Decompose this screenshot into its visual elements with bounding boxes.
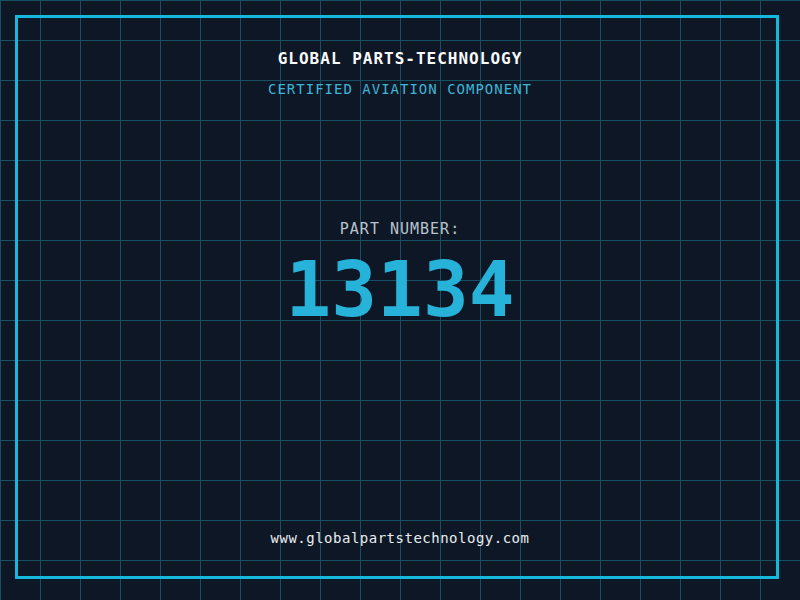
part-number-value: 13134 xyxy=(0,252,800,328)
part-number-label: PART NUMBER: xyxy=(0,220,800,238)
website-url: www.globalpartstechnology.com xyxy=(0,530,800,546)
page-subtitle: CERTIFIED AVIATION COMPONENT xyxy=(0,81,800,97)
page-title: GLOBAL PARTS-TECHNOLOGY xyxy=(0,49,800,68)
blueprint-grid-background: GLOBAL PARTS-TECHNOLOGY CERTIFIED AVIATI… xyxy=(0,0,800,600)
